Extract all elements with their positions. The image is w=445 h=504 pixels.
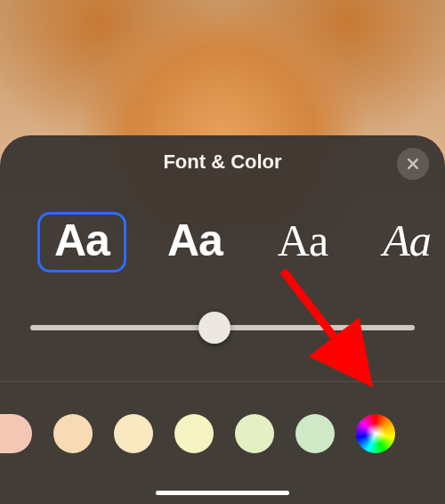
font-style-row[interactable]: Aa Aa Aa Aa bbox=[0, 201, 445, 283]
color-swatch-4[interactable] bbox=[174, 414, 214, 453]
color-picker-button[interactable] bbox=[356, 414, 395, 453]
color-swatch-5[interactable] bbox=[235, 414, 274, 453]
font-option-3[interactable]: Aa bbox=[263, 215, 342, 270]
close-button[interactable] bbox=[397, 148, 429, 180]
sheet-header: Font & Color bbox=[0, 135, 445, 189]
close-icon bbox=[406, 157, 420, 171]
screen: Font & Color Aa Aa Aa Aa bbox=[0, 0, 445, 504]
font-color-sheet: Font & Color Aa Aa Aa Aa bbox=[0, 135, 445, 504]
sheet-title: Font & Color bbox=[163, 150, 281, 174]
color-swatch-1[interactable] bbox=[0, 414, 32, 453]
font-option-1[interactable]: Aa bbox=[37, 212, 126, 272]
color-swatch-3[interactable] bbox=[114, 414, 153, 453]
section-divider bbox=[0, 381, 445, 382]
font-weight-slider[interactable] bbox=[30, 310, 415, 345]
font-option-2[interactable]: Aa bbox=[153, 215, 237, 270]
home-indicator[interactable] bbox=[156, 491, 289, 495]
color-swatch-6[interactable] bbox=[295, 414, 335, 453]
font-option-4[interactable]: Aa bbox=[368, 215, 445, 270]
slider-thumb[interactable] bbox=[198, 312, 231, 344]
color-swatch-row[interactable] bbox=[0, 407, 445, 460]
color-swatch-2[interactable] bbox=[53, 414, 93, 453]
